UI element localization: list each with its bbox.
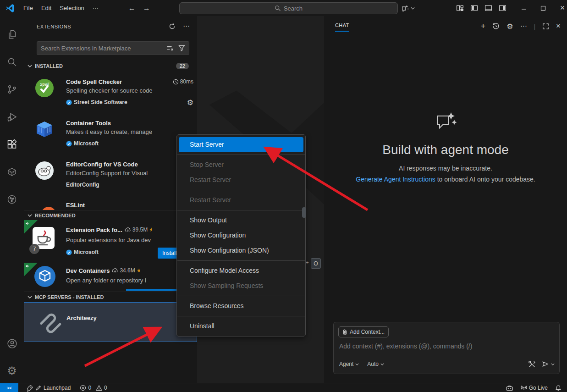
dev-containers-icon (34, 265, 56, 287)
menu-item-show-configuration-json[interactable]: Show Configuration (JSON) (179, 243, 303, 258)
sidebar-title: EXTENSIONS (37, 24, 71, 29)
run-debug-icon[interactable] (0, 106, 24, 128)
extension-row-editorconfig[interactable]: EditorConfig for VS Code EditorConfig Su… (24, 157, 197, 199)
model-dropdown[interactable]: Auto (367, 361, 384, 367)
menu-selection[interactable]: Selection (55, 3, 88, 14)
more-actions-icon[interactable]: ⋯ (520, 22, 527, 30)
customize-layout-icon[interactable] (456, 4, 464, 12)
chevron-down-icon (411, 7, 415, 10)
extension-row-eslint[interactable]: ESLint (24, 199, 197, 210)
menu-file[interactable]: File (19, 3, 37, 14)
mcp-servers-icon[interactable] (0, 188, 24, 210)
menu-item-show-output[interactable]: Show Output (179, 213, 303, 228)
tab-chat[interactable]: CHAT (335, 22, 349, 32)
copilot-status-icon[interactable] (506, 385, 513, 392)
extensions-icon[interactable] (0, 133, 24, 155)
tools-icon[interactable] (528, 360, 536, 368)
copilot-icon (401, 4, 409, 12)
explorer-icon[interactable] (0, 23, 24, 45)
menu-item-stop-server: Stop Server (179, 157, 303, 172)
close-panel-icon[interactable]: × (556, 22, 561, 31)
manage-gear-icon[interactable]: ⚙ (187, 98, 193, 107)
maximize-button[interactable] (536, 0, 550, 16)
more-actions-icon[interactable]: ⋯ (183, 22, 190, 30)
problems-status-item[interactable]: 0 0 (77, 383, 110, 392)
new-chat-icon[interactable]: + (481, 22, 486, 30)
warning-icon (96, 385, 102, 391)
menu-separator (177, 155, 305, 155)
launchpad-status-item[interactable]: Launchpad (24, 383, 73, 392)
clear-filter-icon[interactable] (166, 45, 174, 51)
toggle-primary-sidebar-icon[interactable] (470, 4, 478, 12)
menu-separator (177, 210, 305, 210)
send-icon (541, 360, 549, 368)
extension-name: EditorConfig for VS Code (66, 161, 138, 168)
menu-item-uninstall[interactable]: Uninstall (179, 319, 303, 334)
source-control-icon[interactable] (0, 78, 24, 100)
warning-count: 0 (104, 385, 107, 391)
gear-icon[interactable]: ⚙ (506, 22, 513, 31)
chat-input-box[interactable]: Add Context... Add context (#), extensio… (333, 322, 560, 374)
toggle-secondary-sidebar-icon[interactable] (499, 4, 506, 12)
remote-indicator[interactable]: >< (0, 383, 18, 392)
clock-icon (173, 79, 179, 85)
accounts-icon[interactable] (0, 332, 24, 354)
editorconfig-icon (35, 161, 54, 180)
extensions-search-input[interactable]: Search Extensions in Marketplace (37, 41, 189, 55)
chat-empty-title: Build with agent mode (324, 143, 567, 157)
search-placeholder: Search (284, 5, 303, 12)
minimize-button[interactable] (517, 0, 531, 16)
section-installed[interactable]: INSTALLED 22 (24, 61, 197, 71)
extension-row-extension-pack-java[interactable]: 7 Extension Pack fo... 39.5M ★ Popular e… (24, 220, 197, 263)
menu-item-restart-server-2: Restart Server (179, 193, 303, 208)
menu-item-configure-model-access[interactable]: Configure Model Access (179, 263, 303, 278)
toggle-panel-icon[interactable] (484, 4, 492, 12)
error-icon (80, 385, 86, 391)
send-button[interactable] (541, 360, 555, 368)
scrollbar-thumb[interactable] (302, 207, 306, 218)
go-live-button[interactable]: Go Live (518, 383, 550, 392)
menu-item-show-configuration[interactable]: Show Configuration (179, 228, 303, 243)
menu-edit[interactable]: Edit (37, 3, 55, 14)
menu-separator (177, 260, 305, 261)
mcp-server-row-architeezy[interactable]: Architeezy (24, 302, 197, 342)
forward-arrow[interactable]: → (139, 4, 154, 12)
section-recommended[interactable]: RECOMMENDED (24, 210, 197, 220)
notifications-bell-icon[interactable] (555, 385, 561, 392)
close-button[interactable]: × (556, 0, 567, 16)
containers-icon[interactable] (0, 161, 24, 183)
extension-row-dev-containers[interactable]: Dev Containers 34.6M ★ Open any folder o… (24, 263, 197, 292)
menu-item-browse-resources[interactable]: Browse Resources (179, 298, 303, 314)
copilot-button[interactable] (401, 0, 415, 16)
extension-row-container-tools[interactable]: Container Tools Makes it easy to create,… (24, 116, 197, 157)
mode-dropdown[interactable]: Agent (339, 361, 359, 367)
container-tools-icon (35, 120, 54, 139)
menu-separator (177, 296, 305, 296)
extensions-sidebar: EXTENSIONS ⋯ Search Extensions in Market… (24, 16, 198, 383)
maximize-panel-icon[interactable] (542, 23, 549, 30)
refresh-icon[interactable] (169, 23, 176, 30)
pack-count-badge: 7 (29, 244, 39, 254)
history-icon[interactable] (492, 22, 500, 30)
activity-bar: ⚙ (0, 16, 24, 383)
architeezy-icon (37, 309, 63, 335)
download-count: 34.6M (120, 267, 135, 274)
generate-agent-instructions-link[interactable]: Generate Agent Instructions (356, 176, 435, 183)
error-count: 0 (88, 385, 91, 391)
status-bar: >< Launchpad 0 0 Go Live (0, 383, 567, 392)
paperclip-icon (342, 329, 347, 335)
rating-star-icon: ★ (137, 267, 140, 274)
search-icon[interactable] (0, 51, 24, 73)
settings-gear-icon[interactable]: ⚙ (0, 360, 24, 382)
filter-icon[interactable] (178, 45, 185, 51)
menu-more[interactable]: ⋯ (88, 3, 103, 14)
add-context-button[interactable]: Add Context... (338, 326, 389, 337)
menu-item-start-server[interactable]: Start Server (179, 137, 303, 152)
extension-row-code-spell-checker[interactable]: Spell Code Spell Checker 80ms Spelling c… (24, 75, 197, 116)
publisher-name: Microsoft (74, 140, 99, 147)
section-mcp-servers[interactable]: MCP SERVERS - INSTALLED (24, 292, 197, 302)
chevron-down-icon (28, 214, 32, 217)
command-center-search[interactable]: Search (179, 2, 398, 14)
mcp-server-name: Architeezy (66, 315, 97, 321)
back-arrow[interactable]: ← (125, 4, 139, 12)
